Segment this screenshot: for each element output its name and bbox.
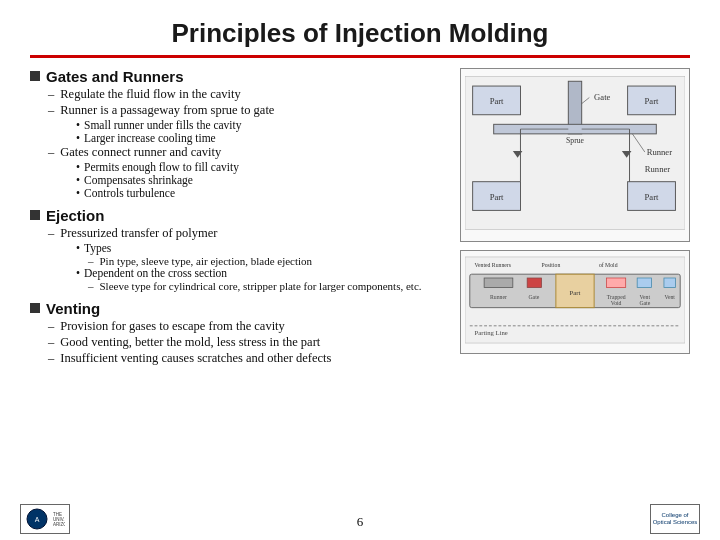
university-logo: A THE UNIV. ARIZONA xyxy=(20,504,70,534)
section-gates-runners: Gates and Runners – Regulate the fluid f… xyxy=(30,68,450,199)
dot-item: • Small runner under fills the cavity xyxy=(76,119,450,131)
dash-item: – Provision for gases to escape from the… xyxy=(48,319,450,334)
svg-text:Gate: Gate xyxy=(639,300,650,306)
svg-rect-28 xyxy=(484,278,513,288)
gates-sub-items: – Regulate the fluid flow in the cavity … xyxy=(48,87,450,199)
dash-text: Provision for gases to escape from the c… xyxy=(60,319,285,334)
logo-left: A THE UNIV. ARIZONA xyxy=(20,504,70,534)
dot-text: Larger increase cooling time xyxy=(84,132,216,144)
dot-icon: • xyxy=(76,161,80,173)
svg-text:Vented Runners: Vented Runners xyxy=(475,262,512,268)
dot-text: Small runner under fills the cavity xyxy=(84,119,241,131)
slide: Principles of Injection Molding Gates an… xyxy=(0,0,720,540)
dot-item: • Permits enough flow to fill cavity xyxy=(76,161,450,173)
svg-text:Sprue: Sprue xyxy=(566,136,584,145)
dash-item: – Insufficient venting causes scratches … xyxy=(48,351,450,366)
dash-item: – Good venting, better the mold, less st… xyxy=(48,335,450,350)
dot-icon: • xyxy=(76,267,80,279)
section-title-ejection: Ejection xyxy=(46,207,104,224)
section-ejection: Ejection – Pressurized transfer of polym… xyxy=(30,207,450,292)
runner-dot-items: • Small runner under fills the cavity • … xyxy=(76,119,450,144)
dot-icon: • xyxy=(76,242,80,254)
venting-sub-items: – Provision for gases to escape from the… xyxy=(48,319,450,366)
svg-text:Part: Part xyxy=(645,96,659,106)
dot-text: Permits enough flow to fill cavity xyxy=(84,161,239,173)
svg-text:Runner: Runner xyxy=(490,294,507,300)
dot-text: Controls turbulence xyxy=(84,187,175,199)
dash-item: – Gates connect runner and cavity xyxy=(48,145,450,160)
bullet-icon xyxy=(30,210,40,220)
sub-dash-item: – Sleeve type for cylindrical core, stri… xyxy=(88,280,450,292)
svg-text:Gate: Gate xyxy=(528,294,539,300)
title-underline xyxy=(30,55,690,58)
dash-text: Insufficient venting causes scratches an… xyxy=(60,351,331,366)
dash-icon: – xyxy=(88,280,94,292)
svg-text:Runner: Runner xyxy=(647,147,672,157)
dash-text: Gates connect runner and cavity xyxy=(60,145,221,160)
gates-dot-items: • Permits enough flow to fill cavity • C… xyxy=(76,161,450,199)
sub-dash-item: – Pin type, sleeve type, air ejection, b… xyxy=(88,255,450,267)
section-venting: Venting – Provision for gases to escape … xyxy=(30,300,450,366)
svg-text:Parting Line: Parting Line xyxy=(475,329,508,336)
diagram-gates-runners: Part Part Gate Sprue Runner xyxy=(460,68,690,242)
college-logo: College ofOptical Sciences xyxy=(650,504,700,534)
svg-rect-37 xyxy=(637,278,651,288)
svg-rect-30 xyxy=(527,278,541,288)
dash-text: Good venting, better the mold, less stre… xyxy=(60,335,320,350)
svg-text:Position: Position xyxy=(542,262,561,268)
svg-text:Gate: Gate xyxy=(594,92,610,102)
svg-text:Part: Part xyxy=(490,96,504,106)
dash-text: Pressurized transfer of polymer xyxy=(60,226,217,241)
logo-right: College ofOptical Sciences xyxy=(650,504,700,534)
dot-item: • Compensates shrinkage xyxy=(76,174,450,186)
section-title-venting: Venting xyxy=(46,300,100,317)
section-header-gates: Gates and Runners xyxy=(30,68,450,85)
content-area: Gates and Runners – Regulate the fluid f… xyxy=(30,68,690,374)
dash-item: – Runner is a passageway from sprue to g… xyxy=(48,103,450,118)
page-number: 6 xyxy=(357,514,364,530)
dot-item: • Types xyxy=(76,242,450,254)
svg-text:ARIZONA: ARIZONA xyxy=(53,522,65,527)
dash-icon: – xyxy=(48,145,54,160)
dash-icon: – xyxy=(48,319,54,334)
ejection-dot-items: • Types – Pin type, sleeve type, air eje… xyxy=(76,242,450,292)
dash-icon: – xyxy=(48,351,54,366)
section-header-venting: Venting xyxy=(30,300,450,317)
dash-icon: – xyxy=(48,103,54,118)
ejection-sub-items: – Pressurized transfer of polymer • Type… xyxy=(48,226,450,292)
bullet-icon xyxy=(30,71,40,81)
bullet-icon xyxy=(30,303,40,313)
right-column: Part Part Gate Sprue Runner xyxy=(460,68,690,374)
diagram-venting: Vented Runners Position of Mold Runner G… xyxy=(460,250,690,354)
svg-text:Vent: Vent xyxy=(664,294,675,300)
dash-icon: – xyxy=(48,87,54,102)
page-title: Principles of Injection Molding xyxy=(30,18,690,49)
dot-icon: • xyxy=(76,174,80,186)
dash-icon: – xyxy=(48,226,54,241)
gates-diagram-svg: Part Part Gate Sprue Runner xyxy=(465,73,685,233)
svg-rect-34 xyxy=(607,278,626,288)
venting-diagram-svg: Vented Runners Position of Mold Runner G… xyxy=(465,255,685,345)
dash-icon: – xyxy=(48,335,54,350)
svg-rect-40 xyxy=(664,278,675,288)
svg-text:Part: Part xyxy=(570,289,581,296)
svg-rect-9 xyxy=(494,124,657,134)
dash-text: Runner is a passageway from sprue to gat… xyxy=(60,103,274,118)
dot-item: • Larger increase cooling time xyxy=(76,132,450,144)
dot-text: Dependent on the cross section xyxy=(84,267,227,279)
dot-item: • Controls turbulence xyxy=(76,187,450,199)
svg-text:A: A xyxy=(35,516,40,523)
section-header-ejection: Ejection xyxy=(30,207,450,224)
left-column: Gates and Runners – Regulate the fluid f… xyxy=(30,68,450,374)
svg-text:Runner: Runner xyxy=(645,164,670,174)
dash-item: – Regulate the fluid flow in the cavity xyxy=(48,87,450,102)
svg-text:of Mold: of Mold xyxy=(599,262,618,268)
dot-item: • Dependent on the cross section xyxy=(76,267,450,279)
section-title-gates: Gates and Runners xyxy=(46,68,184,85)
svg-text:Part: Part xyxy=(490,192,504,202)
sub-dash-text: Pin type, sleeve type, air ejection, bla… xyxy=(100,255,313,267)
dash-item: – Pressurized transfer of polymer xyxy=(48,226,450,241)
dash-text: Regulate the fluid flow in the cavity xyxy=(60,87,241,102)
svg-text:Void: Void xyxy=(611,300,622,306)
svg-text:Part: Part xyxy=(645,192,659,202)
